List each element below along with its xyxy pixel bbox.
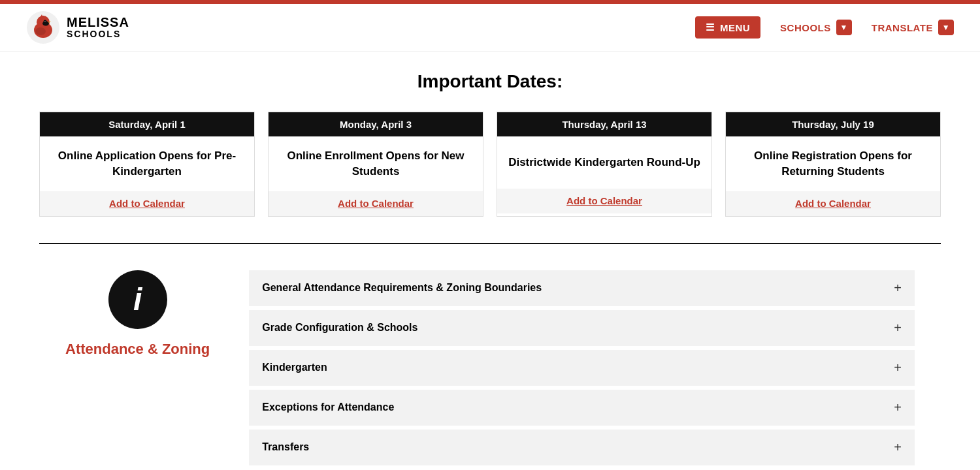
schools-label: SCHOOLS [780, 22, 831, 33]
accordion-item-0[interactable]: General Attendance Requirements & Zoning… [249, 270, 915, 307]
accordion-item-3[interactable]: Exceptions for Attendance + [249, 390, 915, 427]
date-card-1-footer: Add to Calendar [40, 191, 254, 216]
accordion-label-0: General Attendance Requirements & Zoning… [262, 282, 542, 294]
accordion-label-4: Transfers [262, 441, 309, 453]
logo-melissa: MELISSA [67, 15, 129, 29]
main-nav: ☰ MENU SCHOOLS ▼ TRANSLATE ▼ [695, 16, 954, 39]
accordion-plus-icon-4: + [894, 440, 902, 455]
date-card-3-body: Districtwide Kindergarten Round-Up [497, 136, 711, 189]
date-card-3: Thursday, April 13 Districtwide Kinderga… [497, 112, 712, 217]
accordion-item-4[interactable]: Transfers + [249, 430, 915, 465]
info-circle-icon: i [108, 270, 167, 329]
accordion-label-3: Exceptions for Attendance [262, 401, 394, 413]
date-cards-container: Saturday, April 1 Online Application Ope… [39, 112, 941, 217]
translate-chevron-icon: ▼ [938, 20, 954, 35]
attendance-section: i Attendance & Zoning General Attendance… [39, 270, 941, 465]
add-to-calendar-3[interactable]: Add to Calendar [566, 195, 642, 206]
accordion-list: General Attendance Requirements & Zoning… [249, 270, 915, 465]
translate-label: TRANSLATE [872, 22, 933, 33]
schools-button[interactable]: SCHOOLS ▼ [780, 20, 852, 35]
date-card-4-footer: Add to Calendar [726, 191, 940, 216]
page-title: Important Dates: [39, 71, 941, 92]
svg-point-8 [42, 22, 49, 26]
date-card-3-footer: Add to Calendar [497, 189, 711, 213]
schools-chevron-icon: ▼ [836, 20, 852, 35]
menu-label: MENU [720, 22, 750, 33]
attendance-section-title: Attendance & Zoning [65, 341, 210, 358]
accordion-item-1[interactable]: Grade Configuration & Schools + [249, 310, 915, 347]
accordion-label-2: Kindergarten [262, 362, 327, 373]
hamburger-icon: ☰ [706, 22, 715, 33]
main-content: Important Dates: Saturday, April 1 Onlin… [0, 52, 980, 470]
accordion-plus-icon-1: + [894, 321, 902, 336]
date-card-2-header: Monday, April 3 [269, 112, 483, 136]
accordion-plus-icon-2: + [894, 360, 902, 375]
accordion-label-1: Grade Configuration & Schools [262, 322, 417, 334]
logo-text: MELISSA SCHOOLS [67, 15, 129, 39]
header: MELISSA SCHOOLS ☰ MENU SCHOOLS ▼ TRANSLA… [0, 4, 980, 52]
school-logo-icon [26, 10, 60, 44]
logo-schools: SCHOOLS [67, 29, 129, 39]
menu-button[interactable]: ☰ MENU [695, 16, 760, 39]
accordion-item-2[interactable]: Kindergarten + [249, 350, 915, 387]
accordion-plus-icon-3: + [894, 400, 902, 415]
add-to-calendar-2[interactable]: Add to Calendar [338, 198, 414, 209]
date-card-4-body: Online Registration Opens for Returning … [726, 136, 940, 191]
attendance-left-panel: i Attendance & Zoning [65, 270, 210, 358]
date-card-3-header: Thursday, April 13 [497, 112, 711, 136]
section-divider [39, 243, 941, 244]
logo-area: MELISSA SCHOOLS [26, 10, 129, 44]
accordion-plus-icon-0: + [894, 281, 902, 296]
date-card-4-header: Thursday, July 19 [726, 112, 940, 136]
svg-point-9 [35, 27, 46, 35]
date-card-2-footer: Add to Calendar [269, 191, 483, 216]
date-card-2: Monday, April 3 Online Enrollment Opens … [268, 112, 483, 217]
date-card-4: Thursday, July 19 Online Registration Op… [725, 112, 941, 217]
date-card-1: Saturday, April 1 Online Application Ope… [39, 112, 255, 217]
translate-button[interactable]: TRANSLATE ▼ [872, 20, 954, 35]
date-card-1-header: Saturday, April 1 [40, 112, 254, 136]
add-to-calendar-4[interactable]: Add to Calendar [795, 198, 871, 209]
date-card-2-body: Online Enrollment Opens for New Students [269, 136, 483, 191]
date-card-1-body: Online Application Opens for Pre-Kinderg… [40, 136, 254, 191]
info-letter: i [133, 281, 142, 317]
add-to-calendar-1[interactable]: Add to Calendar [109, 198, 185, 209]
